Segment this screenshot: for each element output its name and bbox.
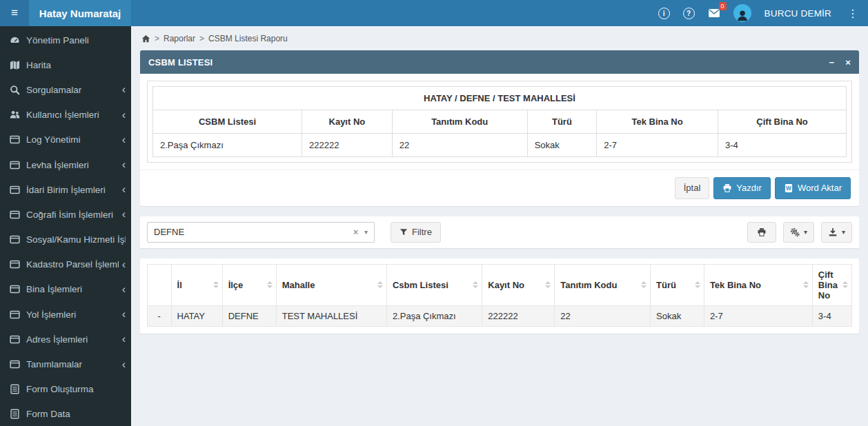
results-col-cift-bina-no[interactable]: Çift Bina No — [812, 264, 851, 305]
print-button[interactable]: Yazdır — [713, 177, 771, 199]
chevron-left-icon: ‹ — [119, 209, 126, 220]
sidebar-item-kadastro-parsel-islemleri[interactable]: Kadastro Parsel İşlemleri‹ — [0, 252, 131, 277]
sidebar-item-idari-birim-islemleri[interactable]: İdari Birim İşlemleri‹ — [0, 177, 131, 202]
table-row[interactable]: - HATAY DEFNE TEST MAHALLESİ 2.Paşa Çıkm… — [148, 305, 852, 326]
map-icon — [10, 60, 20, 70]
window-icon — [10, 134, 20, 145]
sidebar-item-harita[interactable]: Harita — [0, 52, 131, 77]
help-icon[interactable]: ? — [683, 8, 695, 19]
results-col-mahalle[interactable]: Mahalle — [276, 264, 386, 305]
breadcrumb-item-csbm-listesi-raporu[interactable]: CSBM Listesi Raporu — [208, 34, 288, 43]
results-col-tanitim-kodu[interactable]: Tanıtım Kodu — [555, 264, 651, 305]
sort-icon[interactable] — [545, 281, 551, 288]
sidebar-item-cografi-isim-islemleri[interactable]: Coğrafi İsim İşlemleri‹ — [0, 202, 131, 227]
cell-turu: Sokak — [651, 305, 704, 326]
filter-button[interactable]: Filtre — [391, 222, 441, 243]
table-export-button[interactable]: ▾ — [821, 222, 852, 243]
row-expand-cell[interactable]: - — [148, 305, 172, 326]
window-icon — [10, 310, 20, 320]
results-col-il[interactable]: İl — [171, 264, 222, 305]
app-title[interactable]: Hatay Numarataj — [29, 0, 131, 26]
form-icon — [10, 384, 20, 394]
results-col-turu[interactable]: Türü — [651, 264, 704, 305]
district-select[interactable]: DEFNE × ▾ — [147, 222, 375, 243]
messages-badge: 0 — [719, 2, 727, 10]
report-col-tek-bina-no: Tek Bina No — [597, 110, 718, 134]
sort-icon[interactable] — [473, 281, 478, 288]
breadcrumb-separator: > — [155, 34, 159, 43]
results-col-kayit-no[interactable]: Kayıt No — [482, 264, 555, 305]
report-cell-tanitim-kodu: 22 — [392, 134, 527, 157]
sort-icon[interactable] — [213, 281, 219, 288]
csbm-report-panel: CSBM LISTESI − × HATAY / DEFNE / TEST MA… — [140, 50, 859, 206]
minimize-icon[interactable]: − — [829, 57, 834, 68]
sort-icon[interactable] — [641, 281, 647, 288]
region-title: HATAY / DEFNE / TEST MAHALLESİ — [153, 87, 847, 110]
sidebar-item-levha-islemleri[interactable]: Levha İşlemleri‹ — [0, 152, 131, 177]
sidebar-toggle-button[interactable]: ≡ — [0, 0, 29, 26]
word-export-button[interactable]: Word Aktar — [775, 177, 851, 199]
sidebar-item-sosyal-kamu-hizmeti-islemleri[interactable]: Sosyal/Kamu Hizmeti İşlemleri — [0, 227, 131, 252]
report-col-tanitim-kodu: Tanıtım Kodu — [392, 110, 527, 134]
table-settings-button[interactable]: ▾ — [783, 222, 814, 243]
envelope-icon — [708, 7, 720, 19]
close-icon[interactable]: × — [845, 57, 851, 68]
sidebar-item-tanimlamalar[interactable]: Tanımlamalar‹ — [0, 352, 131, 376]
clear-selection-icon[interactable]: × — [353, 227, 358, 237]
filter-bar: DEFNE × ▾ Filtre ▾ ▾ — [140, 216, 859, 248]
report-cell-turu: Sokak — [527, 134, 597, 157]
results-col-csbm-listesi[interactable]: Csbm Listesi — [386, 264, 482, 305]
report-cell-cift-bina-no: 3-4 — [718, 134, 847, 157]
cancel-button[interactable]: İptal — [675, 177, 710, 199]
sort-icon[interactable] — [377, 281, 383, 288]
sidebar-item-bina-islemleri[interactable]: Bina İşlemleri‹ — [0, 277, 131, 302]
user-name[interactable]: BURCU DEMİR — [765, 8, 831, 19]
kebab-menu-icon[interactable]: ⋮ — [845, 7, 861, 20]
results-col-tek-bina-no[interactable]: Tek Bina No — [704, 264, 812, 305]
chevron-left-icon: ‹ — [119, 134, 126, 145]
sort-icon[interactable] — [695, 281, 700, 288]
breadcrumb: > Raporlar > CSBM Listesi Raporu — [140, 26, 859, 50]
table-print-button[interactable] — [747, 222, 776, 243]
cell-mahalle: TEST MAHALLESİ — [276, 305, 386, 326]
results-table: İl İlçe Mahalle Csbm Listesi Kayıt No Ta… — [147, 264, 852, 327]
window-icon — [10, 359, 20, 369]
word-file-icon — [784, 183, 793, 193]
funnel-icon — [400, 228, 408, 236]
sidebar-item-form-data[interactable]: Form Data — [0, 402, 131, 426]
results-table-box: İl İlçe Mahalle Csbm Listesi Kayıt No Ta… — [140, 258, 859, 334]
window-icon — [10, 234, 20, 245]
sidebar-item-log-yonetimi[interactable]: Log Yönetimi‹ — [0, 128, 131, 152]
messages-button[interactable]: 0 — [708, 7, 720, 19]
sidebar-item-form-olusturma[interactable]: Form Oluşturma — [0, 377, 131, 402]
sort-icon[interactable] — [803, 281, 809, 288]
report-cell-kayit-no: 222222 — [302, 134, 393, 157]
panel-header: CSBM LISTESI − × — [140, 50, 859, 74]
home-icon[interactable] — [141, 34, 150, 43]
users-icon — [10, 110, 20, 120]
chevron-down-icon[interactable]: ▾ — [364, 228, 368, 236]
breadcrumb-item-raporlar[interactable]: Raporlar — [164, 34, 195, 43]
report-row: 2.Paşa Çıkmazı 222222 22 Sokak 2-7 3-4 — [153, 134, 847, 157]
hamburger-icon: ≡ — [11, 6, 18, 20]
report-cell-tek-bina-no: 2-7 — [597, 134, 718, 157]
sidebar-item-yol-islemleri[interactable]: Yol İşlemleri‹ — [0, 302, 131, 327]
report-cell-csbm-listesi: 2.Paşa Çıkmazı — [153, 134, 302, 157]
cell-csbm-listesi: 2.Paşa Çıkmazı — [386, 305, 482, 326]
sidebar-item-yonetim-paneli[interactable]: Yönetim Paneli — [0, 28, 131, 52]
results-col-ilce[interactable]: İlçe — [222, 264, 276, 305]
sort-icon[interactable] — [842, 281, 848, 288]
sidebar-item-kullanici-islemleri[interactable]: Kullanıcı İşlemleri‹ — [0, 103, 131, 128]
cell-il: HATAY — [171, 305, 222, 326]
window-icon — [10, 185, 20, 195]
sidebar-item-sorgulamalar[interactable]: Sorgulamalar‹ — [0, 77, 131, 102]
avatar[interactable] — [733, 4, 751, 22]
window-icon — [10, 284, 20, 294]
cell-tanitim-kodu: 22 — [555, 305, 651, 326]
panel-title: CSBM LISTESI — [148, 57, 213, 68]
sidebar-item-adres-islemleri[interactable]: Adres İşlemleri‹ — [0, 327, 131, 352]
sort-icon[interactable] — [267, 281, 273, 288]
report-col-cift-bina-no: Çift Bina No — [718, 110, 847, 134]
report-col-turu: Türü — [527, 110, 597, 134]
info-icon[interactable]: i — [658, 8, 670, 19]
